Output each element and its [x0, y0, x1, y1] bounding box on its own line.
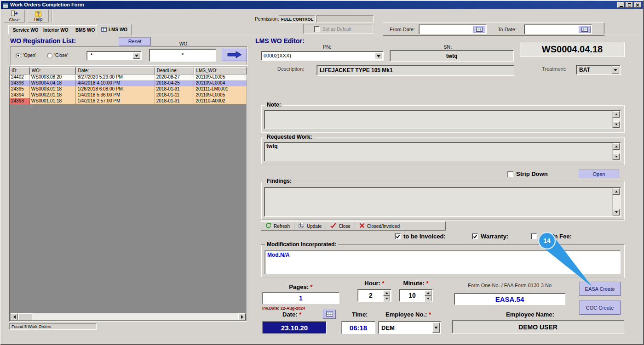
col-header-lms-wo[interactable]: LMS_WO:: [194, 67, 247, 74]
open-button[interactable]: Open: [579, 170, 619, 178]
reset-button[interactable]: Reset: [119, 37, 151, 45]
spin-up-button[interactable]: [383, 290, 390, 296]
from-date-label: From Date:: [390, 27, 415, 32]
note-textarea[interactable]: [264, 110, 621, 129]
scroll-right-button[interactable]: [238, 313, 246, 320]
wo-filter-combobox[interactable]: *: [86, 51, 142, 60]
horizontal-scrollbar[interactable]: [11, 313, 246, 320]
scroll-down-button[interactable]: [613, 153, 620, 160]
arrow-up-icon: [615, 144, 618, 147]
minute-stepper[interactable]: 10: [399, 289, 433, 302]
cell-wo: WS0004.04.18: [30, 80, 76, 86]
scroll-up-button[interactable]: [613, 143, 620, 150]
update-icon: [299, 223, 305, 229]
search-arrow-button[interactable]: [222, 49, 247, 61]
col-header-date[interactable]: Date:: [76, 67, 155, 74]
pn-dropdown-button[interactable]: [375, 52, 382, 59]
editor-action-bar: Refresh Update Close Closed/Invoiced: [261, 221, 446, 231]
findings-scrollbar[interactable]: [612, 188, 620, 215]
close-wo-button[interactable]: Close: [326, 222, 355, 230]
cell-deadline: 2020-08-27: [155, 74, 195, 80]
close-radio[interactable]: [47, 53, 52, 58]
coc-create-button[interactable]: COC Create: [579, 300, 621, 315]
refresh-icon: [265, 223, 271, 229]
spin-down-button[interactable]: [425, 296, 431, 301]
close-button[interactable]: Close: [4, 10, 25, 23]
hour-stepper[interactable]: 2: [357, 289, 391, 302]
close-button-label: Close: [9, 17, 19, 22]
col-header-id[interactable]: ID:: [10, 67, 30, 74]
tab-bms-wo[interactable]: BMS WO: [71, 25, 99, 34]
warranty-checkbox[interactable]: [472, 233, 478, 239]
to-date-field[interactable]: [524, 24, 592, 34]
pages-field[interactable]: 1: [262, 292, 339, 304]
cell-deadline: 2018-04-25: [155, 80, 195, 86]
wo-list-title: WO Registration List:: [10, 37, 76, 45]
employee-no-combobox[interactable]: DEM: [378, 321, 441, 334]
treatment-dropdown-button[interactable]: [612, 66, 619, 74]
note-scrollbar[interactable]: [612, 111, 620, 128]
help-button[interactable]: ? Help: [28, 10, 49, 23]
permission-extra-field: [316, 15, 374, 23]
to-be-invoiced-checkbox[interactable]: [395, 233, 401, 239]
maximize-button[interactable]: [626, 2, 633, 8]
arrow-down-icon: [385, 298, 388, 301]
col-header-deadline[interactable]: DeadLine:: [155, 67, 195, 74]
spin-up-button[interactable]: [425, 290, 431, 296]
employee-name-field[interactable]: DEMO USER: [452, 320, 624, 334]
table-row-selected[interactable]: 24396 WS0004.04.18 4/4/2018 4:10:00 PM 2…: [10, 80, 247, 86]
update-button[interactable]: Update: [294, 222, 326, 230]
spin-down-button[interactable]: [383, 296, 390, 301]
requested-work-groupbox: Requested Work: twtq: [261, 137, 624, 164]
scroll-down-button[interactable]: [613, 121, 620, 128]
table-row[interactable]: 24395 WS0003.01.18 1/26/2018 6:08:00 PM …: [10, 86, 247, 92]
table-row[interactable]: 24402 WS0003.08.20 8/27/2020 5:29:00 PM …: [10, 74, 247, 80]
strip-down-checkbox[interactable]: [507, 171, 513, 177]
requested-work-scrollbar[interactable]: [612, 143, 620, 160]
scrollbar-thumb[interactable]: [18, 313, 32, 320]
scroll-up-button[interactable]: [613, 188, 620, 195]
chevron-down-icon: [135, 55, 138, 59]
treatment-combobox[interactable]: BAT: [576, 65, 621, 75]
form-one-field[interactable]: EASA.54: [454, 293, 565, 305]
pn-combobox[interactable]: 00002(XXX): [261, 51, 384, 61]
requested-work-textarea[interactable]: twtq: [264, 142, 621, 161]
date-field[interactable]: 23.10.20: [262, 321, 327, 334]
wo-search-input[interactable]: *: [149, 49, 216, 62]
col-header-wo[interactable]: WO:: [30, 67, 76, 74]
tab-lms-wo[interactable]: LMS WO: [97, 24, 132, 35]
cell-deadline: 2018-01-31: [155, 98, 195, 104]
tab-interior-wo[interactable]: Interior WO: [39, 25, 73, 34]
arrow-right-icon: [241, 315, 245, 319]
app-window: Work Orders Completion Form Close ? Help…: [0, 0, 644, 345]
sn-field[interactable]: twtq: [390, 50, 514, 62]
tab-service-wo[interactable]: Service WO: [8, 25, 43, 34]
employee-no-dropdown-button[interactable]: [432, 322, 440, 333]
exit-door-icon: [11, 10, 18, 17]
inv-date-text: Inv.Date: 22-Aug-2024: [262, 306, 305, 311]
reset-button-label: Reset: [128, 39, 142, 44]
description-field[interactable]: LIFEJACKET TYPE 105 Mk1: [316, 65, 514, 76]
scroll-down-button[interactable]: [613, 209, 620, 215]
to-date-calendar-button[interactable]: [579, 26, 591, 33]
open-radio[interactable]: [16, 53, 21, 58]
refresh-button[interactable]: Refresh: [261, 222, 294, 230]
closed-invoiced-button-label: Closed/Invoiced: [367, 224, 400, 229]
closed-invoiced-button[interactable]: Closed/Invoiced: [355, 222, 404, 230]
set-as-default-checkbox[interactable]: [314, 26, 320, 32]
table-row[interactable]: 24394 WS0002.01.18 1/4/2018 5:36:00 PM 2…: [10, 92, 247, 98]
scroll-left-button[interactable]: [11, 313, 18, 320]
combobox-dropdown-button[interactable]: [133, 52, 140, 59]
table-row[interactable]: 24393 WS0001.01.18 1/4/2018 2:57:00 PM 2…: [10, 98, 247, 104]
from-date-field[interactable]: [419, 24, 487, 34]
close-window-button[interactable]: [634, 2, 641, 8]
time-field[interactable]: 06:18: [341, 321, 375, 334]
scroll-up-button[interactable]: [613, 111, 620, 118]
findings-textarea[interactable]: [264, 187, 621, 217]
minimize-button[interactable]: [617, 2, 625, 8]
date-calendar-button[interactable]: [323, 310, 336, 319]
from-date-calendar-button[interactable]: [473, 26, 485, 33]
cell-id: 24395: [10, 86, 30, 92]
status-text: Found 5 Work Orders: [12, 324, 51, 329]
pages-label: Pages: *: [262, 283, 339, 290]
